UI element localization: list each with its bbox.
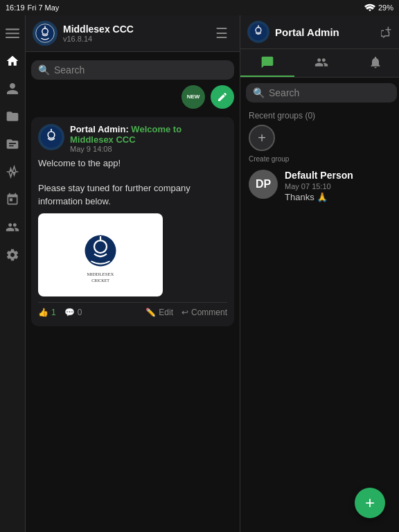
right-tabs bbox=[240, 49, 399, 78]
svg-rect-2 bbox=[6, 37, 19, 38]
notifications-tab-icon bbox=[369, 55, 382, 69]
new-button-label: NEW bbox=[187, 94, 200, 100]
left-search-input[interactable] bbox=[54, 64, 227, 76]
content-area: Middlesex CCC v16.8.14 ☰ 🔍 NEW bbox=[26, 15, 399, 532]
fab-button[interactable]: + bbox=[355, 488, 385, 518]
comment-count-button[interactable]: 💬 0 bbox=[64, 305, 82, 319]
left-header-text: Middlesex CCC v16.8.14 bbox=[63, 24, 205, 43]
message-preview: Thanks 🙏 bbox=[285, 192, 394, 202]
left-panel: Middlesex CCC v16.8.14 ☰ 🔍 NEW bbox=[26, 15, 240, 532]
post-body: Welcome to the app! Please stay tuned fo… bbox=[38, 157, 227, 208]
post-meta: Portal Admin: Welcome to Middlesex CCC M… bbox=[70, 124, 227, 153]
avatar-initials: DP bbox=[256, 178, 271, 190]
tab-chat[interactable] bbox=[240, 49, 294, 77]
message-item[interactable]: DP Default Person May 07 15:10 Thanks 🙏 bbox=[240, 164, 399, 208]
right-search-input[interactable] bbox=[269, 87, 390, 98]
status-right: 29% bbox=[364, 3, 393, 12]
right-logo-icon bbox=[249, 23, 267, 41]
like-button[interactable]: 👍 1 bbox=[38, 305, 56, 319]
post-logo-image: MIDDLESEX CRICKET bbox=[59, 220, 142, 290]
day: Fri 7 May bbox=[28, 3, 60, 12]
right-search-bar: 🔍 bbox=[246, 83, 397, 103]
sidebar-item-folder[interactable] bbox=[0, 104, 25, 129]
sidebar-item-folder2[interactable] bbox=[0, 132, 25, 157]
reply-icon: ↩ bbox=[181, 308, 188, 317]
new-chat-button[interactable] bbox=[376, 22, 396, 42]
new-button[interactable]: NEW bbox=[181, 85, 205, 109]
message-sender-name: Default Person bbox=[285, 170, 394, 181]
sidebar-item-activity[interactable] bbox=[0, 159, 25, 184]
left-header-logo bbox=[33, 21, 57, 46]
thumbs-up-icon: 👍 bbox=[38, 308, 48, 317]
post-card: Portal Admin: Welcome to Middlesex CCC M… bbox=[31, 117, 234, 326]
recent-groups-label: Recent groups (0) bbox=[240, 108, 399, 125]
edit-button[interactable]: ✏️ Edit bbox=[145, 305, 173, 319]
left-search-bar: 🔍 bbox=[31, 60, 234, 80]
message-avatar: DP bbox=[249, 170, 278, 199]
post-author-avatar-icon bbox=[40, 126, 62, 148]
compose-button[interactable] bbox=[211, 85, 234, 109]
message-time: May 07 15:10 bbox=[285, 182, 394, 190]
create-group-button[interactable]: + bbox=[249, 125, 275, 151]
compose-icon bbox=[217, 91, 228, 103]
sidebar bbox=[0, 15, 26, 532]
comment-button[interactable]: ↩ Comment bbox=[181, 305, 227, 319]
like-count: 1 bbox=[51, 308, 56, 317]
right-header-logo bbox=[247, 21, 269, 43]
post-actions: 👍 1 💬 0 ✏️ Edit ↩ Comment bbox=[38, 302, 227, 319]
create-group-label: Create group bbox=[240, 154, 297, 164]
edit-icon: ✏️ bbox=[145, 308, 156, 317]
svg-text:CRICKET: CRICKET bbox=[91, 278, 109, 283]
comment-count-icon: 💬 bbox=[64, 308, 75, 317]
post-author: Portal Admin: Welcome to Middlesex CCC bbox=[70, 124, 227, 145]
sidebar-item-calendar[interactable] bbox=[0, 187, 25, 212]
sidebar-item-users[interactable] bbox=[0, 76, 25, 101]
post-header: Portal Admin: Welcome to Middlesex CCC M… bbox=[38, 124, 227, 153]
wifi-icon bbox=[364, 3, 375, 12]
svg-rect-0 bbox=[6, 28, 19, 30]
post-avatar bbox=[38, 124, 64, 150]
sidebar-item-profile[interactable] bbox=[0, 215, 25, 240]
chat-tab-icon bbox=[260, 55, 274, 69]
message-content: Default Person May 07 15:10 Thanks 🙏 bbox=[285, 170, 394, 202]
post-time: May 9 14:08 bbox=[70, 145, 227, 153]
svg-rect-1 bbox=[6, 33, 19, 34]
time: 16:19 bbox=[6, 3, 25, 12]
fab-icon: + bbox=[365, 493, 375, 513]
status-bar: 16:19 Fri 7 May 29% bbox=[0, 0, 399, 15]
left-header-menu-button[interactable]: ☰ bbox=[211, 22, 233, 44]
contacts-tab-icon bbox=[314, 55, 328, 69]
post-image: MIDDLESEX CRICKET bbox=[38, 213, 163, 296]
right-search-icon: 🔍 bbox=[253, 87, 265, 98]
left-header: Middlesex CCC v16.8.14 ☰ bbox=[26, 15, 240, 52]
tab-contacts[interactable] bbox=[294, 49, 348, 77]
right-header: Portal Admin bbox=[240, 15, 399, 49]
svg-text:MIDDLESEX: MIDDLESEX bbox=[87, 272, 114, 276]
sidebar-item-home[interactable] bbox=[0, 48, 25, 73]
action-row: NEW bbox=[26, 85, 240, 112]
middlesex-logo-icon bbox=[35, 24, 55, 43]
left-search-icon: 🔍 bbox=[38, 64, 50, 76]
new-chat-icon bbox=[380, 26, 392, 38]
comment-count: 0 bbox=[78, 308, 82, 317]
right-panel: Portal Admin bbox=[240, 15, 399, 532]
battery: 29% bbox=[378, 3, 393, 12]
sidebar-item-settings[interactable] bbox=[0, 242, 25, 267]
app-container: Middlesex CCC v16.8.14 ☰ 🔍 NEW bbox=[0, 15, 399, 532]
status-left: 16:19 Fri 7 May bbox=[6, 3, 59, 12]
tab-notifications[interactable] bbox=[348, 49, 399, 77]
left-panel-title: Middlesex CCC bbox=[63, 24, 205, 35]
sidebar-item-menu[interactable] bbox=[0, 21, 25, 46]
left-panel-version: v16.8.14 bbox=[63, 35, 205, 43]
right-panel-title: Portal Admin bbox=[275, 26, 371, 38]
